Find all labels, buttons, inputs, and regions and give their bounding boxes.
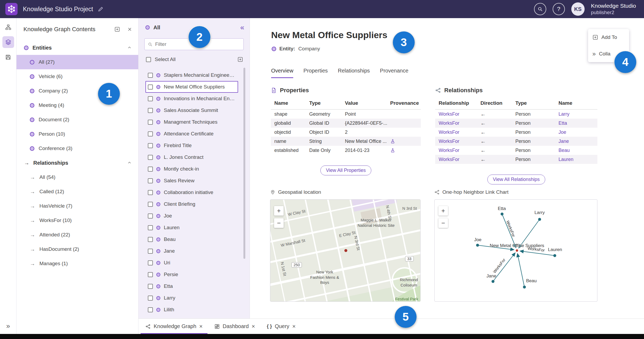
tab-dashboard[interactable]: Dashboard × [210, 319, 260, 334]
help-button[interactable]: ? [553, 3, 565, 15]
detail-tab[interactable]: Properties [303, 68, 328, 78]
entity-list-item[interactable]: Uri [145, 257, 238, 269]
entity-list-item[interactable]: Jane [145, 245, 238, 257]
entity-filter-item[interactable]: All (27) [17, 55, 138, 69]
close-tab-icon[interactable]: × [292, 324, 296, 329]
item-checkbox[interactable] [148, 96, 153, 101]
chevron-up-icon[interactable] [127, 45, 132, 50]
zoom-out-button[interactable]: − [274, 218, 284, 228]
zoom-out-button[interactable]: − [438, 218, 448, 228]
entity-filter-item[interactable]: Meeting (4) [17, 98, 138, 112]
item-checkbox[interactable] [148, 190, 153, 195]
entity-list-item[interactable]: Staplers Mechanical Engineering [145, 69, 238, 81]
item-checkbox[interactable] [148, 73, 153, 78]
tab-query[interactable]: { } Query × [262, 319, 300, 334]
entity-list-item[interactable]: New Metal Office Suppliers [145, 81, 238, 93]
item-checkbox[interactable] [148, 249, 153, 254]
map-marker[interactable] [344, 249, 347, 252]
relationship-filter-item[interactable]: → HasDocument (2) [17, 242, 138, 256]
related-entity-link[interactable]: Etta [559, 120, 597, 126]
zoom-in-button[interactable]: + [438, 206, 448, 216]
add-to-button[interactable]: Add To [588, 29, 629, 46]
item-checkbox[interactable] [148, 225, 153, 230]
item-checkbox[interactable] [148, 131, 153, 136]
entity-list-item[interactable]: Sales Associate Summit [145, 104, 238, 116]
provenance-flask-icon[interactable] [390, 139, 421, 144]
related-entity-link[interactable]: Lauren [559, 157, 597, 162]
node-etta[interactable] [501, 213, 504, 216]
entity-filter-item[interactable]: Conference (3) [17, 141, 138, 156]
entity-list-item[interactable]: Joe [145, 210, 238, 222]
select-all-checkbox[interactable] [146, 57, 151, 62]
close-tab-icon[interactable]: × [252, 324, 255, 329]
relationship-type-link[interactable]: WorksFor [439, 148, 480, 153]
related-entity-link[interactable]: Jane [559, 139, 597, 144]
add-layer-button[interactable] [114, 26, 120, 32]
item-checkbox[interactable] [148, 108, 153, 113]
node-beau[interactable] [523, 286, 526, 289]
tab-knowledge-graph[interactable]: Knowledge Graph × [141, 319, 207, 334]
provenance-flask-icon[interactable] [390, 148, 421, 153]
relationship-type-link[interactable]: WorksFor [439, 139, 480, 144]
item-checkbox[interactable] [148, 237, 153, 242]
entity-list-item[interactable]: L. Jones Contract [145, 151, 238, 163]
entity-filter-item[interactable]: Document (2) [17, 112, 138, 127]
entity-list-item[interactable]: Beau [145, 233, 238, 245]
node-larry[interactable] [538, 218, 541, 221]
relationship-type-link[interactable]: WorksFor [439, 111, 480, 117]
item-checkbox[interactable] [148, 296, 153, 301]
entity-list-item[interactable]: Lauren [145, 222, 238, 233]
relationships-section-header[interactable]: → Relationships [17, 156, 138, 170]
item-checkbox[interactable] [148, 284, 153, 289]
detail-tab[interactable]: Overview [271, 68, 293, 78]
app-logo-icon[interactable] [5, 3, 18, 15]
linkchart-canvas[interactable]: + − Etta Larry Joe Lauren Jane Beau New … [434, 199, 597, 302]
entity-list-item[interactable]: Etta [145, 280, 238, 292]
edit-title-icon[interactable] [98, 6, 103, 12]
user-avatar[interactable]: KS [571, 2, 585, 16]
data-model-button[interactable] [2, 21, 14, 33]
item-checkbox[interactable] [148, 178, 153, 183]
search-button[interactable] [534, 3, 546, 15]
item-checkbox[interactable] [148, 307, 153, 312]
map-canvas[interactable]: + − N 3rd St W Clay St E Clay St W Marsh… [270, 199, 421, 302]
view-all-relationships-button[interactable]: View All Relationships [487, 175, 545, 184]
node-center[interactable] [516, 249, 518, 252]
relationship-filter-item[interactable]: → WorksFor (10) [17, 213, 138, 228]
item-checkbox[interactable] [148, 120, 153, 125]
item-checkbox[interactable] [148, 143, 153, 148]
entity-list-item[interactable]: Innovations in Mechanical Engin... [145, 93, 238, 104]
item-checkbox[interactable] [148, 260, 153, 265]
related-entity-link[interactable]: Beau [559, 148, 597, 153]
collapse-panel-button[interactable]: « [240, 24, 244, 31]
relationship-filter-item[interactable]: → Manages (1) [17, 256, 138, 271]
relationship-filter-item[interactable]: → All (54) [17, 170, 138, 184]
contents-button[interactable] [2, 36, 14, 48]
detail-tab[interactable]: Provenance [380, 68, 409, 78]
relationship-type-link[interactable]: WorksFor [439, 120, 480, 126]
detail-tab[interactable]: Relationships [338, 68, 370, 78]
related-entity-link[interactable]: Larry [559, 111, 597, 117]
entities-section-header[interactable]: Entities [17, 41, 138, 55]
close-tab-icon[interactable]: × [199, 324, 203, 329]
entity-filter-item[interactable]: Company (2) [17, 84, 138, 98]
item-checkbox[interactable] [148, 84, 153, 90]
view-all-properties-button[interactable]: View All Properties [320, 166, 372, 175]
entity-list-item[interactable]: Client Briefing [145, 198, 238, 210]
entity-list-item[interactable]: Montly check-in [145, 163, 238, 175]
item-checkbox[interactable] [148, 167, 153, 172]
item-checkbox[interactable] [148, 272, 153, 277]
entity-list-item[interactable]: Firebird Title [145, 140, 238, 151]
node-lauren[interactable] [553, 254, 556, 257]
close-panel-button[interactable] [127, 27, 132, 32]
add-selected-button[interactable] [237, 57, 243, 62]
relationship-type-link[interactable]: WorksFor [439, 130, 480, 135]
entity-list-item[interactable]: Managment Techniques [145, 116, 238, 128]
entity-list-item[interactable]: Sales Review [145, 175, 238, 187]
relationship-filter-item[interactable]: → Attended (22) [17, 228, 138, 242]
item-checkbox[interactable] [148, 155, 153, 160]
relationship-type-link[interactable]: WorksFor [439, 157, 480, 162]
entity-list-item[interactable]: Collaboration initiative [145, 187, 238, 198]
item-checkbox[interactable] [148, 213, 153, 219]
list-scrollbar[interactable] [243, 68, 245, 259]
